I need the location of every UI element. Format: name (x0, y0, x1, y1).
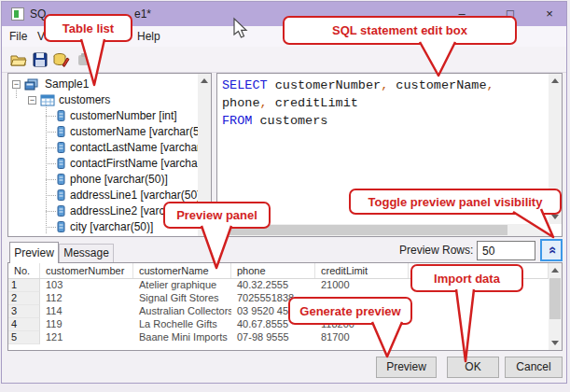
table-row[interactable]: 2112Signal Gift Stores7025551838 (8, 292, 549, 305)
tab-preview[interactable]: Preview (9, 242, 59, 263)
callout-table-list: Table list (44, 14, 132, 42)
scroll-thumb[interactable] (549, 278, 561, 319)
scroll-up-icon[interactable] (551, 78, 559, 83)
row-number-cell: 4 (8, 318, 40, 331)
edit-query-icon[interactable] (52, 50, 71, 69)
tree-item-table[interactable]: − customers (8, 92, 198, 108)
callout-generate-preview: Generate preview (288, 297, 412, 325)
tree-connector (46, 163, 56, 164)
save-icon[interactable] (31, 50, 49, 69)
tree-field-label: customerNumber [int] (70, 108, 177, 124)
collapse-icon[interactable]: − (28, 96, 36, 105)
app-icon (11, 7, 24, 21)
scroll-up-icon[interactable] (201, 78, 208, 83)
tree-item-field[interactable]: contactFirstName [varchar(50)] (8, 156, 198, 172)
double-chevron-up-icon: » (542, 246, 561, 254)
tab-message[interactable]: Message (59, 244, 114, 262)
close-button[interactable]: × (535, 5, 563, 23)
tree-connector (46, 227, 56, 228)
table-scrollbar[interactable] (549, 263, 562, 350)
menu-help[interactable]: Help (137, 30, 160, 43)
tree-item-field[interactable]: customerName [varchar(50)] (8, 124, 198, 140)
sql-statement-text[interactable]: SELECT customerNumber, customerName,phon… (222, 77, 547, 130)
table-cell: 121 (40, 331, 133, 344)
column-header: customerName (133, 263, 231, 278)
table-cell: 21000 (315, 279, 409, 292)
table-cell: 114 (40, 305, 133, 318)
column-icon (57, 221, 65, 236)
tree-item-field[interactable]: customerNumber [int] (8, 108, 198, 124)
tree-connector (46, 132, 56, 133)
scroll-down-icon[interactable] (551, 215, 559, 219)
collapse-icon[interactable]: − (12, 80, 21, 89)
column-header: creditLimit (315, 263, 409, 278)
preview-rows-label: Preview Rows: (399, 244, 473, 257)
tree-connector (46, 211, 56, 212)
row-number-cell: 5 (8, 331, 40, 344)
toggle-preview-panel-button[interactable]: » (540, 239, 563, 261)
tree-field-label: city [varchar(50)] (70, 219, 153, 235)
scroll-down-icon[interactable] (551, 341, 559, 345)
table-cell: 103 (40, 279, 133, 292)
tree-table-label: customers (59, 92, 110, 108)
column-header: phone (231, 263, 315, 278)
tree-item-field[interactable]: contactLastName [varchar(50)] (8, 140, 198, 156)
cancel-button[interactable]: Cancel (505, 357, 563, 378)
tree-item-database[interactable]: − Sample1 (8, 77, 198, 92)
row-number-cell: 3 (8, 305, 40, 318)
table-cell: Australian Collectors, Co. (133, 305, 231, 318)
table-cell: Signal Gift Stores (133, 292, 231, 305)
scroll-up-icon[interactable] (551, 268, 559, 273)
tree-field-label: phone [varchar(50)] (70, 172, 168, 188)
table-row[interactable]: 4119La Rochelle Gifts40.67.8555118200 (8, 318, 549, 331)
callout-import-data: Import data (410, 264, 523, 292)
tree-connector (46, 116, 56, 117)
table-row[interactable]: 5121Baane Mini Imports07-98 955581700 (8, 331, 549, 344)
table-cell: 112 (40, 292, 133, 305)
table-cell: La Rochelle Gifts (133, 318, 231, 331)
tree-connector (46, 195, 56, 196)
tree-field-label: contactFirstName [varchar(50)] (70, 156, 198, 172)
row-number-cell: 1 (8, 279, 40, 292)
tree-item-field[interactable]: phone [varchar(50)] (8, 172, 198, 188)
table-cell: Baane Mini Imports (133, 331, 231, 344)
tree-field-label: contactLastName [varchar(50)] (70, 140, 198, 156)
menu-file[interactable]: File (9, 30, 27, 43)
table-cell: 81700 (315, 331, 409, 344)
tree-connector (46, 147, 56, 148)
tree-root-label: Sample1 (45, 77, 89, 92)
callout-preview-panel: Preview panel (163, 202, 271, 229)
tree-field-label: customerName [varchar(50)] (70, 124, 198, 140)
preview-rows-input[interactable]: 50 (477, 241, 535, 260)
preview-button[interactable]: Preview (376, 357, 437, 378)
column-header: customerNumber (40, 263, 133, 278)
row-number-cell: 2 (8, 292, 40, 305)
toolbar (2, 47, 566, 73)
table-cell: 40.32.2555 (231, 279, 315, 292)
ok-button[interactable]: OK (447, 357, 499, 378)
tree-connector (46, 179, 56, 180)
disabled-icon (75, 50, 93, 69)
callout-toggle-preview: Toggle preview panel visibility (349, 189, 562, 215)
callout-sql-edit-box: SQL statement edit box (283, 16, 517, 45)
table-cell: 07-98 9555 (231, 331, 315, 344)
window-title-suffix: e1* (134, 7, 151, 21)
open-file-icon[interactable] (9, 50, 28, 69)
screenshot-canvas: SQ e1* – □ × File V Help (0, 0, 570, 392)
table-cell: Atelier graphique (133, 279, 231, 292)
column-header: No. (8, 263, 40, 278)
table-row[interactable]: 3114Australian Collectors, Co.03 9520 45… (8, 305, 549, 318)
table-cell: 119 (40, 318, 133, 331)
